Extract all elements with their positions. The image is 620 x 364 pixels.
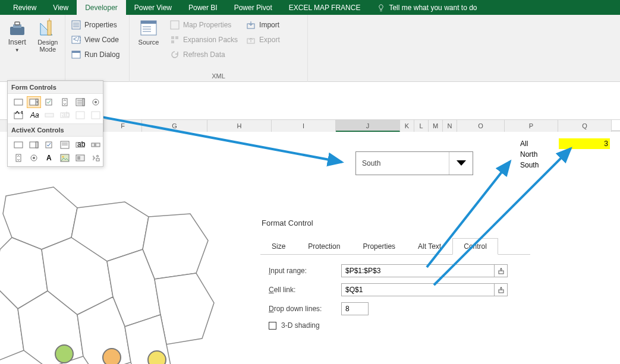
import-icon — [246, 20, 256, 30]
cell-P2[interactable]: North — [518, 149, 569, 160]
ax-commandbutton-icon[interactable] — [11, 139, 26, 151]
insert-button[interactable]: Insert▼ — [4, 17, 31, 54]
shading-checkbox[interactable]: 3-D shading — [269, 321, 522, 330]
dialog-tab-control[interactable]: Control — [452, 238, 498, 255]
dialog-icon — [71, 50, 81, 59]
properties-button[interactable]: Properties — [69, 18, 125, 31]
col-Q[interactable]: Q — [558, 120, 612, 132]
form-spinbutton-icon[interactable] — [58, 96, 72, 108]
expansion-icon — [170, 35, 180, 45]
svg-point-34 — [95, 101, 97, 103]
ruler-triangle-icon — [38, 18, 57, 37]
ax-spinbutton-icon[interactable] — [11, 152, 26, 164]
svg-rect-19 — [175, 36, 178, 39]
input-range-field[interactable] — [341, 264, 495, 277]
map-marker-orange — [102, 348, 121, 364]
cell-link-ref-button[interactable] — [495, 283, 508, 296]
range-selector-icon — [498, 267, 505, 274]
col-N[interactable]: N — [443, 120, 457, 132]
drop-down-lines-field[interactable] — [341, 302, 369, 315]
svg-rect-11 — [72, 51, 80, 53]
ax-optionbutton-icon[interactable] — [27, 152, 41, 164]
cell-link-field[interactable] — [341, 283, 495, 296]
group-label-xml: XML — [133, 71, 304, 81]
import-button[interactable]: Import — [244, 18, 282, 31]
run-dialog-button[interactable]: Run Dialog — [69, 48, 125, 61]
tab-developer[interactable]: Developer — [77, 0, 126, 15]
toolbox-icon — [8, 18, 27, 37]
design-mode-button[interactable]: Design Mode — [34, 17, 62, 53]
col-O[interactable]: O — [457, 120, 505, 132]
svg-rect-0 — [10, 27, 24, 35]
ax-morecontrols-icon[interactable] — [89, 152, 103, 164]
form-label-icon[interactable]: Aa — [27, 109, 41, 121]
view-code-button[interactable]: </> View Code — [69, 33, 125, 46]
form-button-icon[interactable] — [11, 96, 26, 108]
xml-source-icon — [139, 18, 158, 37]
svg-text:Aa: Aa — [30, 111, 39, 119]
cell-Q1[interactable]: 3 — [559, 138, 610, 149]
col-H[interactable]: H — [207, 120, 272, 132]
expansion-packs-button[interactable]: Expansion Packs — [168, 33, 240, 46]
activex-controls-header: ActiveX Controls — [8, 124, 103, 137]
col-M[interactable]: M — [429, 120, 443, 132]
col-P[interactable]: P — [505, 120, 558, 132]
insert-controls-dropdown: Form Controls XYZ Aa ab ActiveX Controls… — [7, 80, 103, 167]
form-combo-list-icon[interactable] — [73, 109, 87, 121]
ax-image-icon[interactable] — [58, 152, 72, 164]
refresh-data-button[interactable]: Refresh Data — [168, 48, 240, 61]
form-scrollbar-icon[interactable] — [42, 109, 56, 121]
tab-powerview[interactable]: Power View — [126, 0, 180, 15]
form-optionbutton-icon[interactable] — [89, 96, 103, 108]
col-J[interactable]: J — [336, 120, 400, 132]
col-I[interactable]: I — [272, 120, 336, 132]
dialog-tab-size[interactable]: Size — [260, 238, 297, 255]
map-illustration — [0, 184, 250, 364]
ax-combobox-icon[interactable] — [27, 139, 41, 151]
col-L[interactable]: L — [414, 120, 429, 132]
col-K[interactable]: K — [400, 120, 414, 132]
dialog-tab-protection[interactable]: Protection — [297, 238, 351, 255]
svg-rect-38 — [45, 113, 53, 117]
map-properties-button[interactable]: Map Properties — [168, 18, 240, 31]
form-combobox-icon[interactable] — [27, 96, 41, 108]
ax-scrollbar-icon[interactable] — [89, 139, 103, 151]
form-listbox-icon[interactable] — [73, 96, 87, 108]
ax-listbox-icon[interactable] — [58, 139, 72, 151]
ax-checkbox-icon[interactable] — [42, 139, 56, 151]
svg-text:A: A — [46, 154, 52, 162]
form-groupbox-icon[interactable]: XYZ — [11, 109, 26, 121]
tell-me[interactable]: Tell me what you want to do — [369, 4, 485, 12]
tab-review[interactable]: Review — [5, 0, 45, 15]
tab-mapfrance[interactable]: EXCEL MAP FRANCE — [281, 0, 369, 15]
svg-point-59 — [62, 156, 64, 158]
input-range-ref-button[interactable] — [495, 264, 508, 277]
tab-view[interactable]: View — [45, 0, 77, 15]
export-icon — [246, 35, 256, 45]
svg-text:XYZ: XYZ — [15, 111, 23, 116]
range-selector-icon — [498, 286, 505, 293]
svg-rect-41 — [76, 112, 84, 119]
cell-link-label: Cell link: — [269, 286, 334, 294]
form-combo-dropdown-icon[interactable] — [89, 109, 103, 121]
cell-P3[interactable]: South — [518, 160, 569, 170]
svg-rect-61 — [77, 156, 80, 160]
ax-label-icon[interactable]: A — [42, 152, 56, 164]
format-control-dialog: Format Control Size Protection Propertie… — [260, 215, 530, 363]
col-F[interactable]: F — [104, 120, 142, 132]
tab-powerbi[interactable]: Power BI — [180, 0, 226, 15]
dialog-tab-alttext[interactable]: Alt Text — [407, 238, 452, 255]
tab-powerpivot[interactable]: Power Pivot — [226, 0, 281, 15]
ax-togglebutton-icon[interactable] — [73, 152, 87, 164]
form-combobox-control[interactable]: South — [355, 151, 473, 175]
col-G[interactable]: G — [142, 120, 207, 132]
ax-textbox-icon[interactable]: ab — [73, 139, 87, 151]
source-button[interactable]: Source — [133, 17, 164, 46]
form-textfield-icon[interactable]: ab — [58, 109, 72, 121]
export-button[interactable]: Export — [244, 33, 282, 46]
svg-point-56 — [33, 157, 35, 159]
combobox-dropdown-arrow[interactable] — [449, 152, 473, 175]
dialog-title: Format Control — [260, 215, 530, 238]
form-checkbox-icon[interactable] — [42, 96, 56, 108]
dialog-tab-properties[interactable]: Properties — [351, 238, 407, 255]
